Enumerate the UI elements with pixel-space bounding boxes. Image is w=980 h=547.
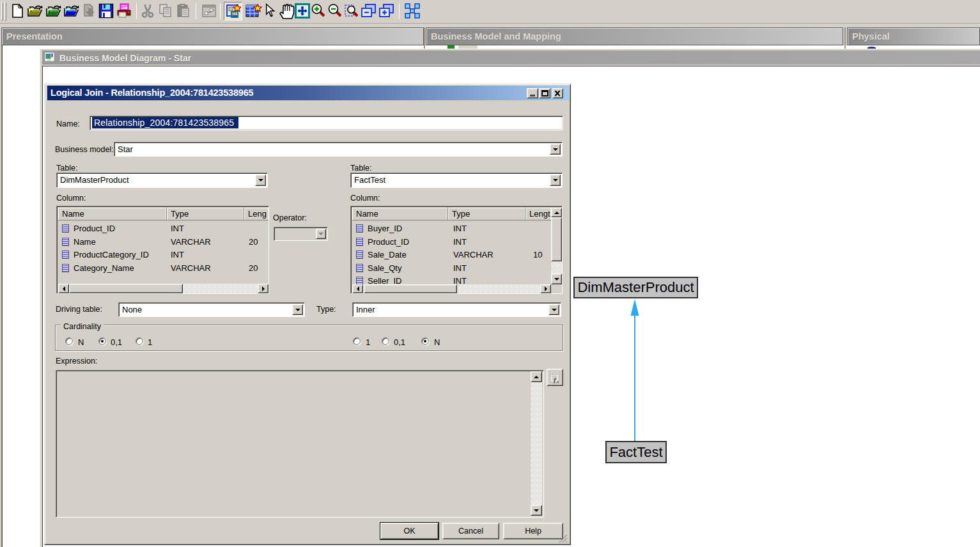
svg-text:x: x bbox=[556, 378, 559, 385]
